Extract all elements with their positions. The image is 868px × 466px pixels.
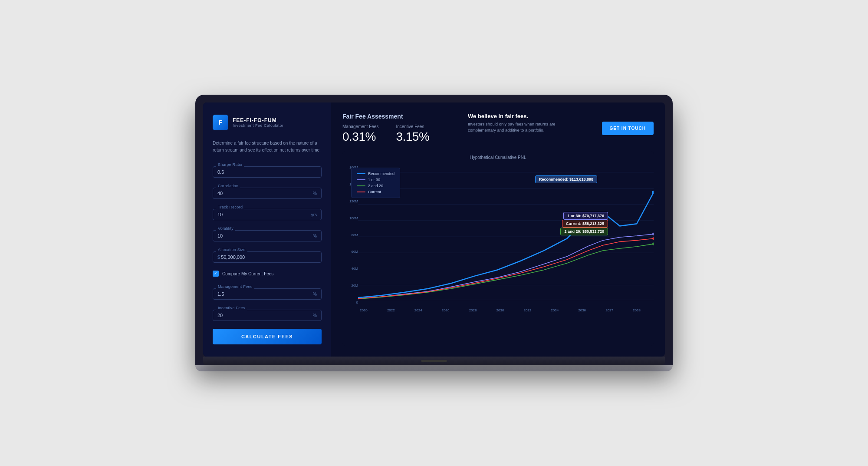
fee-row: Management Fees 0.31% Incentive Fees 3.1… (342, 124, 429, 144)
y-label-60m: 60M (342, 250, 358, 254)
allocation-size-field: Allocation Size $ (213, 248, 322, 263)
sharpe-ratio-input[interactable] (217, 169, 317, 175)
x-label-2037: 2037 (605, 308, 613, 312)
current-legend-label: Current (368, 190, 381, 194)
two-and-20-dot (652, 243, 654, 245)
logo-text: FEE-FI-FO-FUM Investment Fee Calculator (233, 117, 284, 128)
laptop-stand (195, 365, 673, 371)
management-fees-input-wrap[interactable]: % (213, 288, 322, 300)
x-label-2026: 2026 (442, 308, 450, 312)
volatility-field: Volatility % (213, 226, 322, 241)
recommended-line (358, 192, 654, 297)
y-label-120m: 120M (342, 199, 358, 203)
volatility-input[interactable] (217, 233, 311, 238)
two-and-20-legend-label: 2 and 20 (368, 184, 383, 188)
incentive-fees-input-wrap[interactable]: % (213, 310, 322, 321)
recommended-legend-label: Recommended (368, 172, 395, 176)
laptop-notch (421, 360, 447, 362)
sharpe-ratio-label: Sharpe Ratio (216, 162, 244, 167)
top-bar: Fair Fee Assessment Management Fees 0.31… (342, 113, 654, 144)
calculate-fees-button[interactable]: CALCULATE FEES (213, 329, 322, 344)
y-label-80m: 80M (342, 233, 358, 237)
y-label-100m: 100M (342, 216, 358, 220)
tooltip-1or30: 1 or 30: $70,717,376 (563, 212, 608, 220)
incentive-fees-input[interactable] (217, 313, 311, 318)
laptop-base (203, 357, 665, 365)
volatility-label: Volatility (216, 226, 235, 231)
track-record-field: Track Record yrs (213, 205, 322, 220)
incentive-fees-label: Incentive Fees (216, 306, 247, 310)
x-label-2032: 2032 (523, 308, 531, 312)
legend-recommended: Recommended (357, 172, 395, 176)
one-or-30-legend-line (357, 179, 365, 180)
x-axis: 2020 2022 2024 2026 2028 2030 2032 2034 … (342, 307, 654, 312)
main-content: Fair Fee Assessment Management Fees 0.31… (331, 102, 665, 357)
one-or-30-dot (652, 233, 654, 235)
correlation-input[interactable] (217, 191, 311, 196)
compare-fees-row[interactable]: ✓ Compare My Current Fees (213, 271, 322, 277)
tooltip-current: Current: $58,213,325 (562, 220, 608, 228)
one-or-30-legend-label: 1 or 30 (368, 178, 380, 182)
track-record-label: Track Record (216, 205, 244, 209)
y-label-20m: 20M (342, 284, 358, 288)
compare-fees-label: Compare My Current Fees (222, 271, 273, 276)
legend-1or30: 1 or 30 (357, 178, 395, 182)
assessment-title: Fair Fee Assessment (342, 113, 429, 120)
allocation-size-input-wrap[interactable]: $ (213, 251, 322, 263)
volatility-suffix: % (313, 234, 317, 238)
two-and-20-line (358, 244, 654, 299)
x-label-2022: 2022 (387, 308, 395, 312)
track-record-input[interactable] (217, 212, 309, 217)
management-fee-display: Management Fees 0.31% (342, 124, 378, 144)
allocation-size-input[interactable] (221, 254, 317, 260)
management-fees-suffix: % (313, 292, 317, 297)
volatility-input-wrap[interactable]: % (213, 230, 322, 241)
fair-fees-headline: We believe in fair fees. (468, 113, 563, 119)
correlation-field: Correlation % (213, 184, 322, 199)
inc-fee-label: Incentive Fees (396, 124, 429, 129)
recommended-legend-line (357, 173, 365, 174)
app-logo-icon: F (213, 115, 228, 130)
assessment-section: Fair Fee Assessment Management Fees 0.31… (342, 113, 429, 144)
track-record-input-wrap[interactable]: yrs (213, 209, 322, 220)
sharpe-ratio-input-wrap[interactable] (213, 166, 322, 178)
fair-fees-box: We believe in fair fees. Investors shoul… (468, 113, 563, 134)
fair-fees-body: Investors should only pay fees when retu… (468, 121, 563, 134)
y-label-0: 0 (342, 301, 358, 304)
management-fees-label: Management Fees (216, 284, 254, 289)
chart-legend: Recommended 1 or 30 2 and 20 (351, 168, 400, 198)
legend-current: Current (357, 190, 395, 194)
recommended-dot (652, 191, 654, 194)
chart-title: Hypothetical Cumulative PNL (342, 155, 654, 160)
get-in-touch-button[interactable]: GET IN TOUCH (602, 122, 654, 135)
mgmt-fee-value: 0.31% (342, 130, 378, 144)
compare-fees-checkbox[interactable]: ✓ (213, 271, 219, 277)
x-label-2034: 2034 (551, 308, 559, 312)
management-fees-input[interactable] (217, 291, 311, 297)
x-label-2036: 2036 (578, 308, 586, 312)
allocation-size-label: Allocation Size (216, 248, 247, 252)
current-legend-line (357, 192, 365, 192)
correlation-label: Correlation (216, 184, 240, 188)
sidebar: F FEE-FI-FO-FUM Investment Fee Calculato… (203, 102, 331, 357)
management-fees-field: Management Fees % (213, 284, 322, 300)
app-description: Determine a fair fee structure based on … (213, 140, 322, 154)
x-label-2030: 2030 (496, 308, 504, 312)
chart-svg (358, 163, 654, 307)
track-record-suffix: yrs (311, 212, 317, 217)
x-label-2038: 2038 (633, 308, 641, 312)
current-dot (652, 237, 654, 240)
tooltip-2and20: 2 and 20: $50,532,720 (560, 228, 608, 235)
logo-area: F FEE-FI-FO-FUM Investment Fee Calculato… (213, 115, 322, 130)
mgmt-fee-label: Management Fees (342, 124, 378, 129)
inc-fee-value: 3.15% (396, 130, 429, 144)
correlation-input-wrap[interactable]: % (213, 188, 322, 199)
tooltip-recommended: Recommended: $113,618,898 (535, 175, 597, 183)
chart-container: Hypothetical Cumulative PNL 160M 140M 12… (342, 151, 654, 346)
x-label-2024: 2024 (414, 308, 422, 312)
two-and-20-legend-line (357, 185, 365, 186)
incentive-fees-field: Incentive Fees % (213, 306, 322, 321)
app-subtitle: Investment Fee Calculator (233, 123, 284, 128)
x-label-2028: 2028 (469, 308, 477, 312)
dollar-prefix: $ (217, 254, 220, 260)
